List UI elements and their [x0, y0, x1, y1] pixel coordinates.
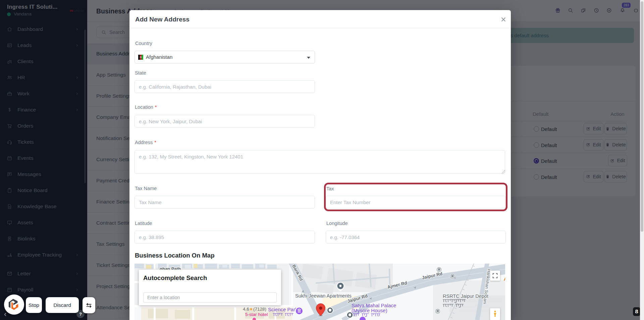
autocomplete-input[interactable]: [143, 292, 277, 303]
annotation-ring: [324, 183, 507, 211]
modal-header: Add New Address: [129, 10, 511, 28]
map-label-science: Science Park: [268, 307, 298, 312]
map-heading: Business Location On Map: [135, 252, 214, 259]
map-label-highway: A: [504, 277, 505, 282]
swap-arrows-icon: [85, 302, 93, 309]
autocomplete-title: Autocomplete Search: [143, 274, 207, 282]
tax-name-label: Tax Name: [135, 186, 157, 191]
afghanistan-flag-icon: [138, 55, 143, 60]
longitude-input[interactable]: [326, 231, 506, 243]
poi-satya-marker[interactable]: [359, 316, 366, 320]
map-pegman-button[interactable]: [490, 308, 500, 320]
tax-name-input[interactable]: [135, 196, 315, 209]
recorder-discard-button[interactable]: Discard: [46, 297, 79, 313]
recorder-logo-button[interactable]: [4, 294, 24, 315]
map-building-mosaic: [135, 264, 277, 269]
close-icon[interactable]: [500, 16, 507, 23]
select-caret-icon: [307, 57, 310, 59]
longitude-label: Longitude: [326, 221, 348, 226]
textarea-resize-grip[interactable]: [501, 170, 505, 174]
browser-scrollbar[interactable]: [640, 0, 644, 320]
discard-button-label: Discard: [53, 302, 71, 308]
country-label: Country: [135, 41, 152, 46]
stop-button-label: Stop: [29, 302, 39, 308]
state-label: State: [135, 70, 146, 76]
state-input[interactable]: [135, 80, 315, 93]
country-value: Afghanistan: [146, 54, 172, 60]
map-label-rsrtc: RSRTC Jaipur Depot: [443, 293, 488, 299]
screen: Ingress IT Soluti... INGRESS Vandana Das…: [0, 0, 644, 320]
latitude-input[interactable]: [135, 231, 315, 243]
country-select[interactable]: Afghanistan: [135, 51, 315, 63]
recorder-logo-icon: [4, 294, 24, 315]
address-label: Address*: [135, 140, 156, 145]
recorder-swap-button[interactable]: [83, 297, 95, 313]
poi-science-marker[interactable]: [296, 307, 303, 315]
address-textarea[interactable]: [135, 150, 505, 174]
location-label: Location*: [135, 104, 157, 110]
map-label-sukhi: Sukhi Jeewan Apartments: [295, 293, 352, 299]
page-count-badge: 8: [633, 307, 640, 316]
map-label-hotel-rating: 4.6★(7128): [243, 307, 266, 312]
map-fullscreen-button[interactable]: [490, 271, 500, 281]
location-input[interactable]: [135, 115, 315, 128]
browser-scrollbar-thumb[interactable]: [641, 1, 643, 232]
map-label-hotel: 5-star hotel: [245, 312, 268, 317]
recorder-stop-button[interactable]: Stop: [26, 297, 42, 313]
business-location-map[interactable]: Bank Rd ghan Path Jaipur Rd Ajmer Rd Jai…: [135, 264, 505, 320]
add-address-modal: Add New Address Country Afghanistan Stat…: [129, 10, 511, 320]
latitude-label: Latitude: [135, 221, 152, 226]
poi-hotel-dot[interactable]: [252, 317, 256, 320]
map-label-satya-2: (Mysore House): [352, 308, 387, 313]
autocomplete-card: Autocomplete Search: [139, 270, 281, 305]
modal-title: Add New Address: [135, 16, 190, 23]
